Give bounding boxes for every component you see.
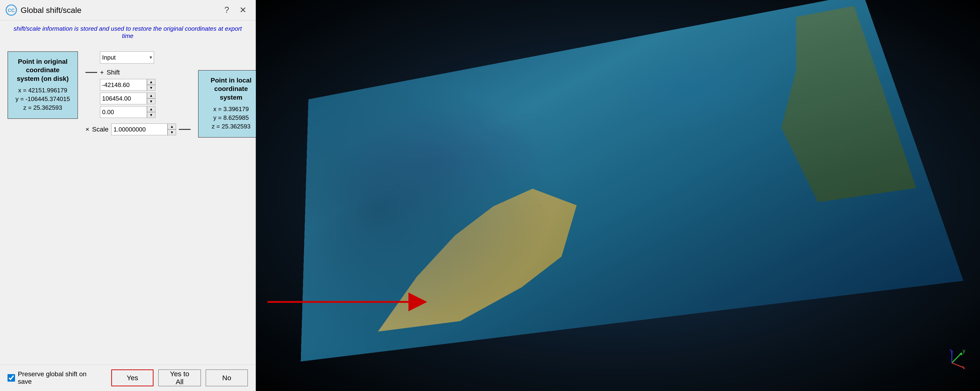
ops-and-result: Input Always ask Global shift only ▾ + S…	[86, 51, 264, 138]
local-coord-title: Point in localcoordinate system	[205, 76, 257, 102]
dropdown-row: Input Always ask Global shift only ▾	[100, 51, 191, 63]
svg-line-2	[952, 363, 964, 367]
app-logo: CC	[6, 5, 17, 16]
shift-y-up-btn[interactable]: ▲	[147, 93, 155, 98]
dialog-title: Global shift/scale	[21, 6, 217, 15]
original-coord-title: Point in originalcoordinate system (on d…	[14, 57, 71, 83]
svg-text:CC: CC	[8, 8, 15, 13]
shift-x-input[interactable]	[100, 79, 147, 91]
axis-indicator: x y z	[938, 349, 966, 377]
coords-ops-layout: Point in originalcoordinate system (on d…	[8, 51, 248, 138]
svg-text:z: z	[950, 349, 952, 352]
title-bar: CC Global shift/scale ? ✕	[0, 0, 255, 21]
red-arrow	[267, 293, 432, 311]
main-content: Point in originalcoordinate system (on d…	[0, 42, 255, 364]
shift-y-input[interactable]	[100, 93, 147, 104]
shift-z-row: ▲ ▼	[100, 106, 191, 118]
shift-y-down-btn[interactable]: ▼	[147, 98, 155, 104]
plus-operator: +	[100, 69, 104, 76]
scale-input-row: ▲ ▼	[111, 123, 176, 135]
original-coord-box: Point in originalcoordinate system (on d…	[8, 51, 78, 119]
yes-to-all-button[interactable]: Yes to All	[158, 369, 201, 386]
scale-input[interactable]	[111, 123, 168, 135]
preserve-shift-checkbox[interactable]	[8, 374, 15, 382]
bottom-bar: Preserve global shift on save Yes Yes to…	[0, 364, 255, 391]
shift-label: Shift	[107, 69, 120, 76]
arrow-head	[409, 293, 427, 311]
local-coord-box: Point in localcoordinate system x = 3.39…	[198, 70, 264, 138]
aerial-photo-container	[279, 35, 889, 317]
shift-z-spinner: ▲ ▼	[147, 106, 155, 118]
shift-y-spinner: ▲ ▼	[147, 93, 155, 104]
svg-text:y: y	[963, 349, 965, 354]
ops-section: Input Always ask Global shift only ▾ + S…	[86, 51, 191, 135]
shift-z-input[interactable]	[100, 106, 147, 118]
scale-up-btn[interactable]: ▲	[168, 123, 176, 130]
scale-label: Scale	[92, 126, 108, 133]
scale-down-btn[interactable]: ▼	[168, 130, 176, 135]
scale-section: × Scale ▲ ▼	[86, 123, 191, 135]
3d-view-panel: x y z	[256, 0, 980, 391]
shift-y-row: ▲ ▼	[100, 93, 191, 104]
local-z: z = 25.362593	[205, 123, 257, 130]
help-button[interactable]: ?	[221, 4, 232, 16]
original-y: y = -106445.374015	[14, 95, 71, 103]
info-text: shift/scale information is stored and us…	[0, 21, 255, 42]
dark-water-left	[301, 55, 573, 361]
shift-x-down-btn[interactable]: ▼	[147, 85, 155, 91]
svg-line-4	[952, 353, 961, 363]
dropdown-wrapper: Input Always ask Global shift only ▾	[100, 51, 154, 63]
original-z: z = 25.362593	[14, 104, 71, 111]
shift-z-up-btn[interactable]: ▲	[147, 106, 155, 112]
scale-spinner: ▲ ▼	[168, 123, 176, 135]
shift-x-spinner: ▲ ▼	[147, 79, 155, 91]
yes-button[interactable]: Yes	[111, 369, 154, 386]
preserve-shift-label: Preserve global shift on save	[8, 370, 102, 385]
dash-line-1	[86, 72, 97, 73]
original-x: x = 42151.996179	[14, 87, 71, 94]
local-x: x = 3.396179	[205, 106, 257, 113]
preserve-shift-text: Preserve global shift on save	[18, 370, 102, 385]
shift-header-row: + Shift	[86, 69, 191, 76]
multiply-operator: ×	[86, 126, 89, 133]
dialog-panel: CC Global shift/scale ? ✕ shift/scale in…	[0, 0, 256, 391]
svg-text:x: x	[966, 364, 966, 370]
dash-line-2	[179, 129, 191, 130]
arrow-line	[267, 301, 409, 303]
shift-x-row: ▲ ▼	[100, 79, 191, 91]
shift-x-up-btn[interactable]: ▲	[147, 79, 155, 85]
local-y: y = 8.625985	[205, 114, 257, 122]
shift-inputs: ▲ ▼ ▲ ▼	[100, 79, 191, 118]
close-button[interactable]: ✕	[236, 4, 250, 16]
shift-z-down-btn[interactable]: ▼	[147, 112, 155, 118]
no-button[interactable]: No	[205, 369, 248, 386]
mode-dropdown[interactable]: Input Always ask Global shift only	[100, 51, 154, 63]
